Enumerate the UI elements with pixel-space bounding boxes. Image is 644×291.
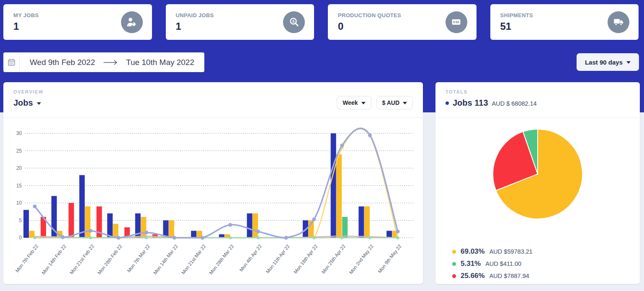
x-tick-label: Mon 14th Feb 22 — [41, 244, 67, 275]
metric-dropdown[interactable]: Jobs — [13, 98, 44, 108]
legend-dot-red — [452, 274, 456, 278]
bar-jobs-blue — [191, 231, 196, 238]
legend-amount: AUD $7887.94 — [489, 273, 529, 279]
legend-pct: 69.03% — [461, 247, 485, 256]
x-tick-label: Mon 7th Feb 22 — [15, 244, 39, 273]
stat-label: PRODUCTION QUOTES — [338, 12, 401, 18]
caret-down-icon — [361, 102, 366, 104]
period-dropdown[interactable]: Week — [337, 96, 371, 109]
bar-jobs-blue — [79, 175, 85, 238]
stat-value: 0 — [338, 21, 401, 32]
search-dollar-icon: $ — [283, 11, 305, 33]
stat-card-shipments[interactable]: SHIPMENTS 51 — [490, 4, 639, 40]
line-green-marker — [368, 236, 371, 239]
x-tick-label: Mon 4th Apr 22 — [239, 244, 263, 273]
caret-down-icon — [403, 102, 407, 104]
overview-header-buttons: Week $ AUD — [337, 96, 413, 109]
overview-card: OVERVIEW Jobs Week $ AUD 051015202530Mon… — [3, 82, 423, 284]
currency-dropdown-label: $ AUD — [382, 99, 400, 106]
line-purple-marker — [256, 230, 260, 234]
legend-pct: 5.31% — [461, 260, 481, 268]
totals-header: TOTALS Jobs 113 AUD $ 68082.14 — [435, 82, 640, 118]
line-purple-marker — [173, 236, 176, 240]
line-green-marker — [313, 236, 316, 239]
legend-dot-yellow — [452, 250, 456, 254]
legend-amount: AUD $411.00 — [485, 260, 521, 267]
line-green-marker — [89, 236, 92, 239]
pie-legend: 69.03% AUD $59783.21 5.31% AUD $411.00 2… — [452, 247, 533, 280]
stats-row: MY JOBS 1 UNPAID JOBS 1 $ PRODUC — [3, 4, 639, 40]
x-tick-label: Mon 21st Feb 22 — [69, 244, 95, 275]
line-purple-marker — [117, 236, 121, 240]
x-tick-label: Mon 7th Mar 22 — [126, 244, 151, 273]
stat-card-my-jobs[interactable]: MY JOBS 1 — [3, 4, 152, 40]
customer-tag-icon — [121, 11, 143, 33]
x-tick-label: Mon 2nd May 22 — [348, 244, 374, 275]
line-purple-marker — [396, 230, 400, 234]
stat-card-unpaid-jobs[interactable]: UNPAID JOBS 1 $ — [166, 4, 314, 40]
x-tick-label: Mon 18th Apr 22 — [293, 244, 318, 275]
bar-jobs-yellow — [364, 206, 370, 238]
legend-row: 25.66% AUD $7887.94 — [452, 272, 533, 280]
y-tick-label: 0 — [19, 235, 22, 241]
totals-title-block: TOTALS Jobs 113 AUD $ 68082.14 — [446, 89, 537, 108]
line-purple-marker — [340, 144, 344, 148]
stat-value: 51 — [500, 21, 533, 32]
line-purple-marker — [228, 223, 232, 227]
x-tick-label: Mon 28th Mar 22 — [208, 244, 234, 275]
x-tick-label: Mon 21st Mar 22 — [180, 244, 207, 275]
line-purple-marker — [201, 236, 204, 240]
bar-jobs-red — [69, 203, 74, 238]
totals-jobs-count: Jobs 113 — [453, 98, 488, 108]
date-end: Tue 10th May 2022 — [126, 58, 194, 67]
pie-chart[interactable] — [435, 123, 640, 226]
line-purple-marker — [368, 133, 372, 137]
bar-jobs-yellow — [113, 224, 118, 238]
bar-jobs-blue — [331, 133, 336, 238]
x-tick-label: Mon 14th Mar 22 — [152, 244, 179, 275]
blue-bullet-icon — [446, 101, 449, 105]
legend-amount: AUD $59783.21 — [489, 248, 533, 255]
svg-text:$: $ — [292, 19, 294, 23]
stat-label: UNPAID JOBS — [176, 12, 214, 18]
bar-jobs-yellow — [169, 221, 174, 238]
bar-jobs-blue — [358, 206, 364, 238]
bar-jobs-blue — [247, 213, 252, 238]
y-tick-label: 30 — [16, 130, 22, 136]
y-tick-label: 5 — [19, 218, 22, 223]
x-tick-label: Mon 25th Apr 22 — [321, 244, 346, 275]
line-purple-marker — [89, 229, 93, 233]
bar-line-chart[interactable]: 051015202530Mon 7th Feb 22Mon 14th Feb 2… — [8, 122, 419, 281]
calendar-icon[interactable] — [3, 52, 20, 72]
totals-card: TOTALS Jobs 113 AUD $ 68082.14 69.03% AU… — [435, 82, 640, 284]
x-tick-label: Mon 9th May 22 — [377, 244, 402, 274]
metric-dropdown-label: Jobs — [13, 98, 33, 108]
period-dropdown-label: Week — [343, 99, 358, 106]
legend-dot-green — [452, 262, 456, 266]
bar-jobs-yellow — [336, 154, 342, 238]
stat-info: SHIPMENTS 51 — [500, 12, 533, 32]
date-range-picker[interactable]: Wed 9th Feb 2022 Tue 10th May 2022 — [3, 52, 204, 72]
svg-text:$: $ — [453, 20, 455, 24]
date-range-text[interactable]: Wed 9th Feb 2022 Tue 10th May 2022 — [20, 52, 204, 72]
line-green-marker — [340, 236, 343, 239]
currency-dropdown[interactable]: $ AUD — [376, 96, 413, 109]
line-green-marker — [229, 236, 232, 239]
totals-section-label: TOTALS — [446, 89, 537, 94]
arrow-right-icon — [103, 58, 118, 67]
line-green-marker — [397, 236, 399, 239]
y-tick-label: 10 — [16, 200, 22, 206]
y-tick-label: 20 — [16, 165, 22, 171]
stat-card-production-quotes[interactable]: PRODUCTION QUOTES 0 $ — [328, 4, 477, 40]
date-preset-dropdown[interactable]: Last 90 days — [577, 53, 639, 71]
truck-icon — [608, 11, 629, 33]
stat-value: 1 — [13, 21, 39, 32]
line-purple-marker — [33, 205, 37, 208]
line-green-marker — [33, 236, 36, 239]
stat-label: SHIPMENTS — [500, 12, 533, 18]
legend-row: 5.31% AUD $411.00 — [452, 260, 533, 268]
stat-label: MY JOBS — [13, 12, 39, 18]
bar-jobs-yellow — [252, 213, 258, 238]
date-preset-label: Last 90 days — [585, 59, 623, 66]
y-tick-label: 25 — [16, 148, 22, 154]
